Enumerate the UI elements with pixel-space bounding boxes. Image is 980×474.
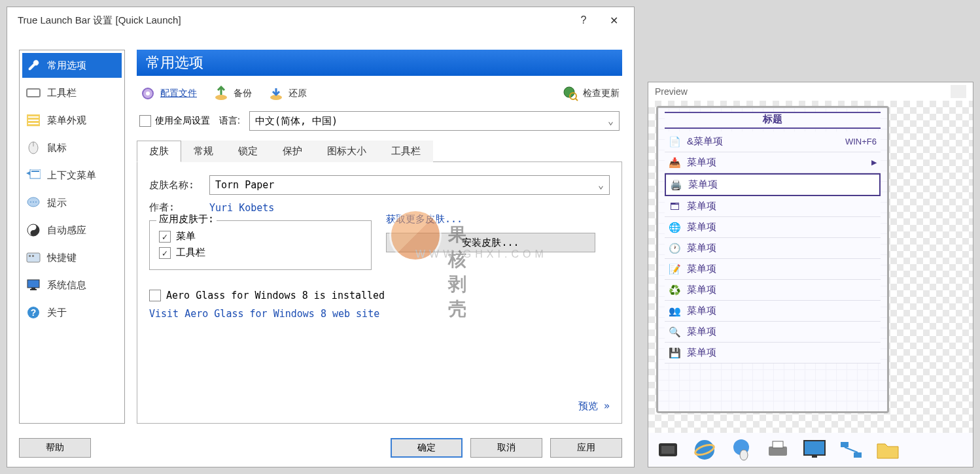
skin-menu-title: 标题 — [665, 112, 881, 129]
globe-mouse-icon[interactable] — [728, 437, 754, 463]
list-icon — [26, 113, 41, 127]
apply-skin-fieldset: 应用皮肤于: 菜单 工具栏 — [149, 220, 372, 270]
svg-text:?: ? — [31, 307, 37, 318]
menu-item[interactable]: 💾 菜单项 — [665, 343, 881, 364]
folder-icon[interactable] — [875, 437, 901, 463]
menu-item[interactable]: 📥 菜单项 ▶ — [665, 152, 881, 173]
skin-name-select[interactable]: Torn Paper ⌄ — [209, 175, 610, 195]
search-icon: 🔍 — [669, 326, 680, 338]
tray-icon: 📥 — [669, 157, 680, 169]
menu-item[interactable]: 👥 菜单项 — [665, 301, 881, 322]
fieldset-legend: 应用皮肤于: — [156, 213, 217, 226]
preview-link[interactable]: 预览 » — [578, 400, 610, 413]
tab-general[interactable]: 常规 — [181, 141, 226, 162]
wrench-icon — [26, 58, 41, 73]
sidebar-item-hotkeys[interactable]: 快捷键 — [22, 245, 122, 270]
language-label: 语言: — [219, 115, 240, 127]
sidebar-item-mouse[interactable]: 鼠标 — [22, 135, 122, 160]
preview-window: Preview 标题 📄 &菜单项 WIN+F6 📥 菜单项 ▶ 🖨️ 菜单项 … — [648, 82, 973, 467]
preview-close-button[interactable] — [951, 85, 966, 98]
svg-rect-18 — [32, 255, 34, 257]
sidebar-label: 系统信息 — [47, 279, 86, 292]
svg-rect-40 — [804, 441, 825, 455]
sidebar-label: 上下文菜单 — [47, 169, 96, 182]
svg-rect-3 — [28, 120, 39, 121]
svg-point-37 — [740, 450, 748, 460]
svg-line-31 — [575, 98, 578, 101]
sidebar-label: 鼠标 — [47, 142, 67, 154]
printer-icon[interactable] — [765, 437, 791, 463]
menu-item-selected[interactable]: 🖨️ 菜单项 — [665, 173, 881, 196]
chip-icon[interactable] — [655, 437, 681, 463]
note-icon: 📝 — [669, 263, 680, 275]
monitor-icon[interactable] — [801, 437, 828, 463]
sidebar-item-menu-appearance[interactable]: 菜单外观 — [22, 108, 122, 133]
help-button[interactable]: ? — [569, 10, 599, 31]
network-icon[interactable] — [838, 437, 864, 463]
tab-toolbar[interactable]: 工具栏 — [379, 141, 433, 162]
svg-point-14 — [33, 226, 35, 228]
check-update-button[interactable]: 检查更新 — [562, 85, 620, 102]
apply-toolbar-checkbox[interactable]: 工具栏 — [159, 246, 362, 259]
language-select[interactable]: 中文(简体, 中国) ⌄ — [249, 111, 620, 131]
menu-item[interactable]: 📄 &菜单项 WIN+F6 — [665, 131, 881, 152]
page-icon: 📄 — [669, 136, 680, 148]
tab-lock[interactable]: 锁定 — [226, 141, 270, 162]
svg-rect-39 — [773, 441, 783, 448]
menu-item[interactable]: 🌐 菜单项 — [665, 217, 881, 238]
restore-button[interactable]: 还原 — [268, 85, 307, 102]
dialog-title: True Launch Bar 设置 [Quick Launch] — [18, 14, 181, 27]
tab-content-skin: 皮肤名称: Torn Paper ⌄ 作者: Yuri Kobets 应用皮肤于… — [137, 162, 622, 424]
rect-icon — [26, 86, 41, 100]
svg-rect-33 — [661, 446, 674, 454]
cancel-button[interactable]: 取消 — [470, 438, 542, 458]
clock-icon: 🕐 — [669, 243, 680, 254]
drive-icon: 💾 — [669, 347, 680, 359]
preview-titlebar: Preview — [648, 82, 973, 101]
sidebar-item-context-menu[interactable]: 上下文菜单 — [22, 163, 122, 188]
svg-point-15 — [33, 232, 35, 234]
close-button[interactable]: ✕ — [599, 10, 629, 31]
author-link[interactable]: Yuri Kobets — [209, 202, 274, 214]
tab-protect[interactable]: 保护 — [270, 141, 315, 162]
menu-item[interactable]: 🗔 菜单项 — [665, 196, 881, 217]
main-panel: 常用选项 配置文件 备份 — [137, 50, 622, 424]
ie-icon[interactable] — [691, 437, 718, 463]
sidebar-label: 自动感应 — [47, 224, 86, 237]
install-skin-button[interactable]: 安装皮肤... — [386, 233, 595, 252]
menu-item[interactable]: 🔍 菜单项 — [665, 322, 881, 343]
sidebar-item-about[interactable]: ? 关于 — [22, 300, 122, 325]
chevron-down-icon: ⌄ — [608, 115, 614, 127]
sidebar-item-tooltip[interactable]: 提示 — [22, 190, 122, 215]
ok-button[interactable]: 确定 — [391, 438, 463, 458]
use-global-checkbox[interactable]: 使用全局设置 — [139, 115, 210, 127]
sidebar-item-auto-sensor[interactable]: 自动感应 — [22, 218, 122, 243]
sidebar-label: 提示 — [47, 197, 67, 209]
apply-menu-checkbox[interactable]: 菜单 — [159, 230, 362, 243]
tab-icon-size[interactable]: 图标大小 — [315, 141, 379, 162]
more-skins-link[interactable]: 获取更多皮肤... — [386, 213, 463, 226]
sidebar-item-general[interactable]: 常用选项 — [22, 53, 122, 78]
backup-button[interactable]: 备份 — [213, 85, 252, 102]
aero-glass-checkbox[interactable]: Aero Glass for Windows 8 is installed — [149, 290, 610, 301]
window-icon: 🗔 — [669, 201, 680, 212]
preview-taskbar — [648, 433, 973, 467]
aero-glass-link[interactable]: Visit Aero Glass for Windows 8 web site — [149, 308, 610, 320]
sidebar-item-toolbar[interactable]: 工具栏 — [22, 80, 122, 105]
tabs: 皮肤 常规 锁定 保护 图标大小 工具栏 — [137, 140, 622, 162]
tab-skin[interactable]: 皮肤 — [137, 141, 181, 162]
sidebar-item-system-info[interactable]: 系统信息 — [22, 273, 122, 297]
menu-item[interactable]: ♻️ 菜单项 — [665, 280, 881, 301]
restore-icon — [268, 85, 285, 102]
svg-rect-17 — [29, 255, 31, 257]
apply-button[interactable]: 应用 — [550, 438, 622, 458]
help-button[interactable]: 帮助 — [19, 438, 91, 458]
globe-icon: 🌐 — [669, 222, 680, 233]
svg-rect-8 — [31, 171, 39, 172]
menu-item[interactable]: 🕐 菜单项 — [665, 238, 881, 259]
svg-point-26 — [215, 95, 227, 100]
menu-item[interactable]: 📝 菜单项 — [665, 259, 881, 280]
gear-icon — [139, 85, 156, 102]
config-files-button[interactable]: 配置文件 — [139, 85, 197, 102]
svg-rect-0 — [27, 89, 40, 97]
